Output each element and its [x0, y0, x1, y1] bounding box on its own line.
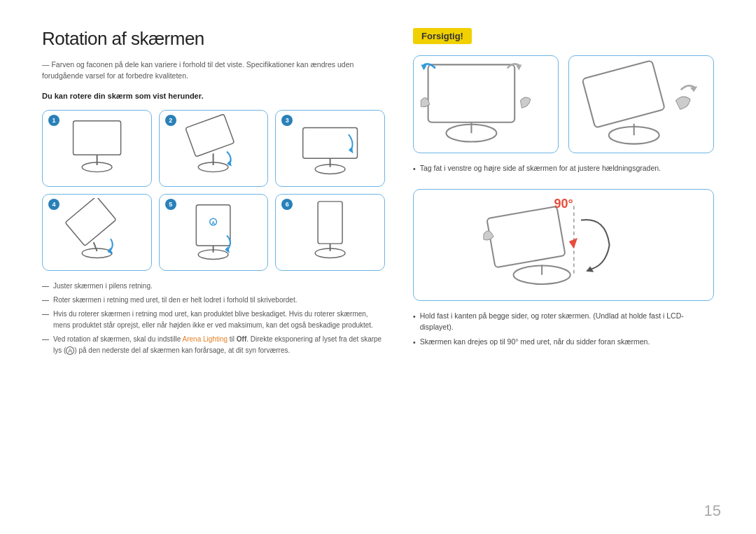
step-5-box: 5 A — [159, 194, 269, 271]
tilt-images-row — [413, 55, 714, 153]
svg-marker-28 — [516, 64, 522, 70]
step-5-num: 5 — [165, 199, 176, 210]
page-title: Rotation af skærmen — [42, 28, 385, 50]
subtitle: Du kan rotere din skærm som vist herunde… — [42, 92, 385, 100]
page-container: Rotation af skærmen — Farven og faconen … — [0, 0, 756, 534]
svg-rect-21 — [318, 202, 342, 244]
svg-rect-3 — [186, 114, 234, 157]
tilt-bullet: • Tag fat i venstre og højre side af skæ… — [413, 163, 714, 175]
notes-section: — Juster skærmen i pilens retning. — Rot… — [42, 281, 385, 359]
rotation-angle-label: 90° — [554, 197, 573, 211]
step-6-illustration — [281, 198, 379, 266]
svg-rect-7 — [303, 127, 358, 158]
tilt-image-left — [413, 55, 559, 153]
rotation-diagram-box: 90° — [413, 189, 714, 301]
step-2-num: 2 — [165, 115, 176, 126]
svg-marker-35 — [569, 238, 578, 248]
note-1: — Juster skærmen i pilens retning. — [42, 281, 385, 292]
svg-marker-32 — [690, 86, 697, 92]
step-5-illustration: A — [164, 198, 262, 266]
tilt-right-svg — [569, 56, 713, 153]
step-4-illustration — [48, 198, 146, 266]
note-2: — Roter skærmen i retning med uret, til … — [42, 295, 385, 306]
left-column: Rotation af skærmen — Farven og faconen … — [42, 28, 385, 513]
step-2-box: 2 — [159, 110, 269, 187]
forsigtig-badge: Forsigtig! — [413, 28, 472, 44]
note-4: — Ved rotation af skærmen, skal du indst… — [42, 334, 385, 356]
arena-lighting-text: Arena Lighting — [183, 335, 228, 343]
step-grid: 1 2 — [42, 110, 385, 271]
tilt-image-right — [568, 55, 714, 153]
tilt-left-svg — [414, 56, 558, 153]
svg-rect-29 — [582, 60, 665, 127]
step-3-illustration — [281, 114, 379, 182]
tilt-bullet-section: • Tag fat i venstre og højre side af skæ… — [413, 163, 714, 179]
step-4-box: 4 — [42, 194, 152, 271]
step-4-num: 4 — [48, 199, 59, 210]
step-6-num: 6 — [281, 199, 293, 210]
step-3-box: 3 — [275, 110, 385, 187]
step-1-illustration — [48, 114, 146, 182]
svg-line-12 — [93, 242, 97, 251]
step-6-box: 6 — [275, 194, 385, 271]
svg-text:A: A — [212, 220, 216, 225]
bottom-bullet-1: • Hold fast i kanten på begge sider, og … — [413, 311, 714, 333]
note-3: — Hvis du roterer skærmen i retning mod … — [42, 309, 385, 331]
bottom-bullets-section: • Hold fast i kanten på begge sider, og … — [413, 311, 714, 353]
step-2-illustration — [164, 114, 262, 182]
right-column: Forsigtig! — [413, 28, 714, 513]
svg-rect-11 — [65, 198, 116, 246]
svg-rect-0 — [73, 121, 120, 155]
step-3-num: 3 — [281, 115, 293, 126]
step-1-box: 1 — [42, 110, 152, 187]
svg-rect-33 — [487, 206, 566, 267]
svg-marker-27 — [421, 64, 426, 70]
page-number: 15 — [704, 502, 721, 520]
step-1-num: 1 — [48, 115, 59, 126]
bottom-bullet-2: • Skærmen kan drejes op til 90° med uret… — [413, 337, 714, 349]
svg-rect-24 — [428, 64, 515, 122]
intro-text: — Farven og faconen på dele kan variere … — [42, 59, 385, 82]
